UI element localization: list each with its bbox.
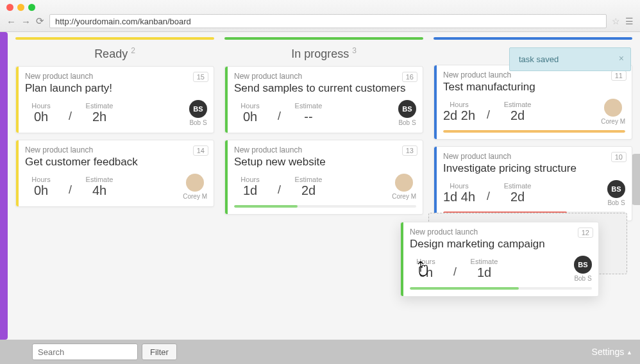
toast-text: task saved: [519, 54, 559, 64]
card-number: 15: [193, 72, 208, 82]
card-metrics: Hours 0h / Estimate -- BS Bob S: [234, 100, 416, 126]
avatar-icon: BS: [189, 100, 207, 118]
card-title: Setup new website: [234, 156, 416, 169]
reload-icon[interactable]: ⟳: [36, 15, 44, 27]
assignee: BS Bob S: [574, 256, 592, 282]
maximize-window-icon[interactable]: [28, 4, 35, 11]
column-in-progress: In progress 3 16 New product launch Send…: [221, 37, 427, 340]
footer-bar: Filter Settings ▲: [0, 340, 640, 364]
task-card[interactable]: 15 New product launch Plan launch party!…: [15, 66, 214, 133]
close-window-icon[interactable]: [6, 4, 13, 11]
card-stripe: [225, 140, 228, 214]
forward-icon[interactable]: →: [21, 16, 31, 27]
toast-notification: task saved ×: [509, 47, 631, 71]
task-card[interactable]: 14 New product launch Get customer feedb…: [15, 140, 214, 207]
card-title: Test manufacturing: [443, 81, 625, 94]
card-metrics: Hours 2d 2h / Estimate 2d Corey M: [443, 99, 625, 125]
card-stripe: [434, 65, 437, 139]
assignee: Corey M: [392, 174, 416, 200]
card-number: 16: [402, 72, 417, 82]
card-number: 11: [611, 70, 627, 81]
column-title: In progress 3: [221, 40, 427, 66]
settings-button[interactable]: Settings ▲: [592, 347, 632, 357]
progress-bar: [410, 287, 592, 290]
task-card[interactable]: 16 New product launch Send samples to cu…: [224, 66, 423, 133]
card-project: New product launch: [234, 145, 416, 154]
search-input[interactable]: [32, 343, 138, 360]
card-metrics: Hours 1d 4h / Estimate 2d BS Bob S: [443, 180, 625, 206]
progress-bar: [234, 205, 416, 208]
task-card-dragging[interactable]: 12 New product launch Design marketing c…: [400, 222, 599, 297]
card-number: 14: [193, 145, 208, 156]
card-stripe: [16, 140, 19, 206]
close-icon[interactable]: ×: [619, 53, 624, 63]
card-stripe: [434, 147, 437, 220]
card-number: 10: [611, 152, 627, 162]
task-card[interactable]: 13 New product launch Setup new website …: [224, 140, 423, 215]
card-title: Send samples to current customers: [234, 82, 416, 95]
card-metrics: Hours 1d / Estimate 2d Corey M: [234, 174, 416, 200]
card-project: New product launch: [25, 145, 207, 154]
assignee: BS Bob S: [398, 100, 416, 126]
card-metrics: Hours 6h / Estimate 1d BS Bob S: [410, 256, 592, 282]
filter-button[interactable]: Filter: [142, 343, 177, 360]
card-number: 12: [578, 228, 593, 238]
card-project: New product launch: [443, 70, 625, 79]
card-stripe: [401, 222, 403, 296]
window-controls: [0, 0, 640, 12]
avatar-icon: BS: [574, 256, 592, 274]
column-ready: Ready 2 15 New product launch Plan launc…: [12, 37, 218, 340]
card-stripe: [16, 67, 19, 133]
card-metrics: Hours 0h / Estimate 4h Corey M: [25, 174, 207, 200]
card-project: New product launch: [234, 72, 416, 81]
card-number: 13: [402, 145, 417, 156]
card-project: New product launch: [25, 72, 207, 81]
menu-icon[interactable]: ☰: [625, 16, 634, 26]
assignee: Corey M: [601, 99, 625, 125]
assignee: Corey M: [183, 174, 207, 200]
nav-row: ← → ⟳ http://yourdomain.com/kanban/board…: [0, 12, 640, 31]
back-icon[interactable]: ←: [6, 16, 16, 27]
task-card[interactable]: 10 New product launch Investigate pricin…: [434, 146, 632, 221]
task-card[interactable]: 11 New product launch Test manufacturing…: [434, 65, 632, 140]
card-title: Design marketing campaign: [410, 238, 592, 251]
column-title: Ready 2: [12, 40, 218, 66]
avatar-icon: [604, 99, 622, 117]
url-bar[interactable]: http://yourdomain.com/kanban/board: [49, 14, 607, 28]
assignee: BS Bob S: [189, 100, 207, 126]
chevron-up-icon: ▲: [627, 349, 632, 356]
card-title: Get customer feedback: [25, 156, 207, 169]
card-project: New product launch: [410, 228, 592, 236]
avatar-icon: BS: [607, 180, 625, 198]
card-title: Plan launch party!: [25, 82, 207, 95]
card-metrics: Hours 0h / Estimate 2h BS Bob S: [25, 100, 207, 126]
left-collapsed-column[interactable]: [0, 32, 8, 340]
avatar-icon: [395, 174, 413, 192]
bookmark-icon[interactable]: ☆: [612, 16, 620, 26]
card-stripe: [225, 67, 228, 133]
progress-bar: [443, 130, 625, 133]
card-project: New product launch: [443, 152, 625, 161]
avatar-icon: BS: [398, 100, 416, 118]
browser-chrome: ← → ⟳ http://yourdomain.com/kanban/board…: [0, 0, 640, 32]
minimize-window-icon[interactable]: [17, 4, 24, 11]
assignee: BS Bob S: [607, 180, 625, 206]
card-title: Investigate pricing structure: [443, 162, 625, 175]
avatar-icon: [186, 174, 204, 192]
